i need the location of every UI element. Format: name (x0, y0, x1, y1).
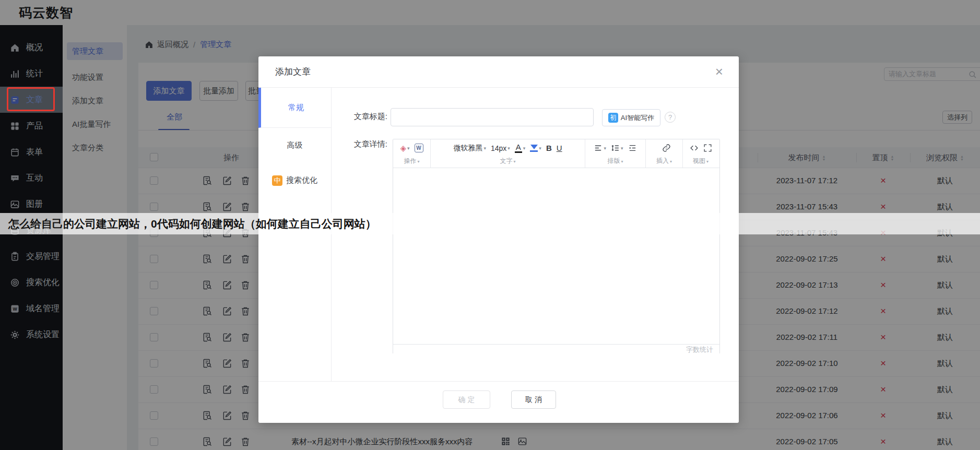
source-code-button[interactable] (690, 144, 699, 152)
editor-toolbar: ◈▾ W 操作▾ 微软雅黑▾ 14px▾ A▾ ▾ B U 文字▾ (393, 139, 719, 168)
modal-footer-divider (258, 381, 739, 382)
highlight-color-button[interactable]: ▾ (530, 145, 541, 152)
toolbar-group-insert: 插入▾ (646, 157, 682, 167)
modal-tab-seo[interactable]: 中 搜索优化 (258, 163, 331, 198)
caption-overlay: 怎么给自己的公司建立网站，0代码如何创建网站（如何建立自己公司网站） (0, 213, 980, 234)
font-size-select[interactable]: 14px▾ (491, 144, 510, 152)
ai-badge-icon: 初 (608, 113, 618, 123)
eraser-button[interactable]: ◈▾ (400, 144, 409, 153)
align-button[interactable]: ▾ (594, 144, 606, 152)
bold-button[interactable]: B (546, 144, 552, 152)
line-spacing-button[interactable]: ▾ (611, 144, 623, 152)
import-word-button[interactable]: W (415, 144, 423, 152)
fullscreen-button[interactable] (703, 144, 712, 152)
toolbar-group-operations: 操作▾ (393, 157, 430, 167)
word-count-label: 字数统计 (393, 344, 719, 354)
insert-link-button[interactable] (662, 144, 671, 152)
ai-writing-button[interactable]: 初 AI智能写作 (602, 109, 660, 126)
article-title-label: 文章标题: (330, 112, 387, 122)
indent-button[interactable] (628, 144, 637, 152)
editor-content-area[interactable] (393, 168, 719, 344)
font-family-select[interactable]: 微软雅黑▾ (453, 144, 486, 153)
screen: 码云数智 概况统计文章产品表单互动图册资源库交易管理搜索优化W域名管理系统设置 … (0, 0, 980, 450)
caption-text: 怎么给自己的公司建立网站，0代码如何创建网站（如何建立自己公司网站） (8, 217, 376, 231)
seo-badge-icon: 中 (272, 175, 282, 186)
toolbar-group-layout: 排版▾ (585, 157, 645, 167)
font-color-button[interactable]: A▾ (515, 143, 526, 153)
cancel-button[interactable]: 取 消 (511, 390, 556, 409)
article-detail-label: 文章详情: (330, 139, 387, 149)
underline-button[interactable]: U (557, 144, 562, 152)
toolbar-group-text: 文字▾ (431, 157, 585, 167)
help-icon[interactable]: ? (665, 112, 676, 123)
modal-tab-rail: 常规 高级 中 搜索优化 (258, 88, 332, 381)
add-article-modal: 添加文章 × 常规 高级 中 搜索优化 文章标题: 初 AI智能写作 ? 文章详… (258, 56, 739, 423)
toolbar-group-view: 视图▾ (683, 157, 718, 167)
modal-header: 添加文章 × (258, 56, 739, 88)
confirm-button[interactable]: 确 定 (443, 390, 490, 409)
annotation-highlight-box (7, 87, 55, 111)
modal-tab-general[interactable]: 常规 (258, 88, 331, 128)
article-title-input[interactable] (391, 108, 594, 126)
modal-title: 添加文章 (275, 56, 311, 88)
modal-tab-advanced[interactable]: 高级 (258, 128, 331, 163)
close-icon[interactable]: × (715, 65, 723, 78)
rich-text-editor: ◈▾ W 操作▾ 微软雅黑▾ 14px▾ A▾ ▾ B U 文字▾ (393, 139, 720, 354)
